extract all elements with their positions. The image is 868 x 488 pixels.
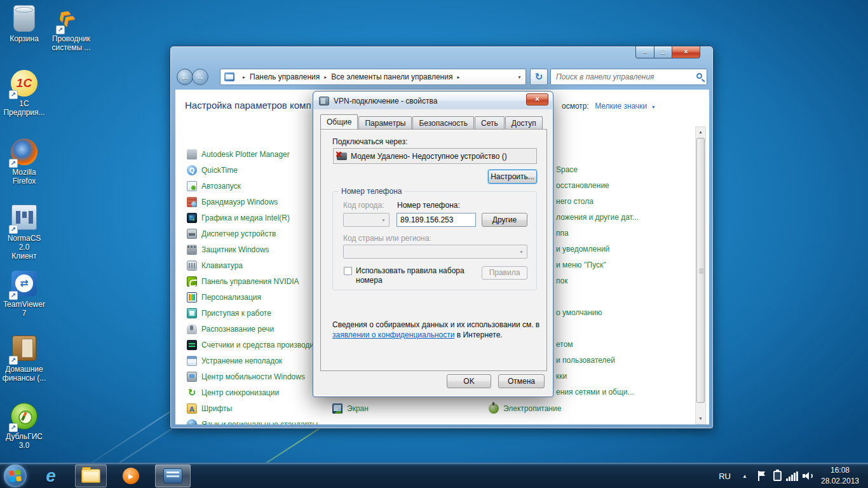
maximize-button[interactable]: □ — [654, 46, 672, 58]
device-list[interactable]: Модем Удалено- Недоступное устройство () — [333, 148, 537, 164]
dialog-close-button[interactable]: × — [526, 93, 548, 105]
cp-item-intel-graphics[interactable]: Графика и медиа Intel(R) — [187, 212, 290, 224]
cp-item-sync-center[interactable]: ↻Центр синхронизации — [187, 386, 279, 399]
desktop-icon-dublgis[interactable]: ↗ ДубльГИС 3.0 — [1, 403, 47, 450]
cp-item-defender[interactable]: Защитник Windows — [187, 243, 269, 256]
desktop-icon-teamviewer[interactable]: ⇄ ↗ TeamViewer 7 — [1, 271, 47, 318]
tab-general[interactable]: Общие — [320, 114, 358, 129]
cp-item-fragment[interactable]: него стола — [556, 197, 593, 206]
dialing-rules-checkbox[interactable] — [344, 267, 352, 275]
phone-number-input[interactable] — [399, 214, 473, 226]
desktop-icon-1c[interactable]: 1С ↗ 1С Предприя... — [1, 70, 47, 117]
desktop-icon-recycle-bin[interactable]: Корзина — [1, 5, 47, 43]
nvidia-icon — [187, 276, 197, 287]
recycle-bin-icon — [13, 5, 35, 32]
cp-item-region-language[interactable]: Язык и региональные стандарты — [187, 418, 318, 424]
alternates-button[interactable]: Другие — [482, 213, 527, 227]
breadcrumb-all-items[interactable]: Все элементы панели управления — [331, 72, 452, 81]
scroll-up-icon[interactable]: ▲ — [696, 127, 705, 137]
tab-security[interactable]: Безопасность — [412, 116, 474, 129]
cp-item-autodesk-plotter[interactable]: Autodesk Plotter Manager — [187, 148, 290, 161]
breadcrumb[interactable]: ▸ Панель управления ▸ Все элементы панел… — [220, 69, 526, 85]
desktop-icon-firefox[interactable]: ↗ Mozilla Firefox — [1, 139, 47, 186]
forward-button[interactable]: → — [192, 69, 208, 85]
search-icon — [696, 73, 702, 79]
configure-button[interactable]: Настроить... — [488, 170, 537, 184]
cp-item-fragment[interactable]: пок — [556, 276, 567, 285]
cp-item-screen[interactable]: Экран — [332, 402, 369, 415]
ok-button[interactable]: OK — [447, 374, 491, 388]
power-icon — [489, 403, 499, 414]
phone-number-group: Номер телефона Код города: Номер телефон… — [332, 191, 537, 290]
desktop-icon-normacs[interactable]: ↗ NormaCS 2.0 Клиент — [1, 205, 47, 261]
shortcut-arrow-icon: ↗ — [9, 225, 18, 234]
clock[interactable]: 16:08 28.02.2013 — [817, 465, 863, 487]
cp-item-fragment[interactable]: и пользователей — [556, 356, 615, 365]
cp-item-autorun[interactable]: Автозапуск — [187, 180, 241, 193]
intel-graphics-icon — [187, 213, 197, 223]
phone-group-caption: Номер телефона — [339, 187, 404, 196]
cp-item-performance[interactable]: Счетчики и средства производит — [187, 339, 318, 351]
taskbar-wmp-button[interactable]: ▶ — [117, 463, 145, 488]
tab-network[interactable]: Сеть — [475, 116, 505, 129]
privacy-statement-link[interactable]: заявлении о конфиденциальности — [332, 330, 454, 339]
cp-item-power[interactable]: Электропитание — [489, 402, 561, 415]
search-input[interactable] — [555, 70, 690, 84]
dialing-rules-label-line2: номера — [356, 276, 383, 285]
show-hidden-icons-button[interactable]: ▲ — [742, 463, 747, 488]
vertical-scrollbar[interactable]: ▲ ▼ — [695, 126, 706, 424]
cp-item-keyboard[interactable]: Клавиатура — [187, 259, 243, 272]
start-button[interactable] — [4, 464, 27, 487]
autorun-icon — [187, 181, 197, 191]
desktop-icon-home-finance[interactable]: ↗ Домашние финансы (... — [1, 336, 47, 383]
cp-item-device-manager[interactable]: Диспетчер устройств — [187, 227, 276, 240]
tab-options[interactable]: Параметры — [358, 116, 412, 129]
cp-item-troubleshooting[interactable]: Устранение неполадок — [187, 355, 282, 367]
breadcrumb-dropdown-icon[interactable]: ▼ — [517, 75, 522, 79]
view-value[interactable]: Мелкие значки — [595, 102, 647, 111]
language-indicator[interactable]: RU — [719, 463, 731, 488]
cp-item-getting-started[interactable]: Приступая к работе — [187, 307, 271, 320]
taskbar-explorer-button[interactable] — [75, 464, 107, 487]
action-center-icon[interactable] — [757, 463, 765, 488]
taskbar-control-panel-button[interactable] — [155, 464, 191, 487]
cp-item-firewall[interactable]: Брандмауэр Windows — [187, 196, 278, 208]
cp-item-nvidia[interactable]: Панель управления NVIDIA — [187, 275, 299, 288]
volume-icon[interactable] — [803, 463, 813, 488]
cp-item-fragment[interactable]: ения сетями и общи... — [556, 388, 634, 396]
cp-item-fragment[interactable]: о умолчанию — [556, 308, 602, 317]
tray-app-icon[interactable] — [773, 463, 782, 488]
device-name: Модем Удалено- Недоступное устройство () — [351, 152, 507, 161]
breadcrumb-control-panel[interactable]: Панель управления — [250, 72, 320, 81]
shortcut-arrow-icon: ↗ — [56, 25, 65, 34]
combo-arrow-icon: ▼ — [381, 218, 386, 222]
view-selector[interactable]: осмотр: Мелкие значки ▼ — [562, 102, 656, 111]
tab-sharing[interactable]: Доступ — [505, 116, 543, 129]
cp-item-fonts[interactable]: Шрифты — [187, 402, 232, 415]
cp-item-fragment[interactable]: и уведомлений — [556, 245, 609, 254]
scrollbar-thumb[interactable] — [696, 138, 705, 403]
taskbar-ie-button[interactable]: e — [37, 463, 65, 488]
cancel-button[interactable]: Отмена — [498, 374, 545, 388]
search-box[interactable] — [550, 69, 707, 85]
cp-item-personalization[interactable]: Персонализация — [187, 291, 261, 304]
scroll-down-icon[interactable]: ▼ — [696, 414, 705, 424]
cp-item-fragment[interactable]: ложения и другие дат... — [556, 213, 639, 222]
cp-item-fragment[interactable]: етом — [556, 340, 573, 349]
control-panel-icon — [224, 72, 234, 81]
cp-item-fragment[interactable]: Space — [556, 165, 578, 174]
refresh-button[interactable]: ↻ — [530, 69, 548, 85]
cp-item-mobility[interactable]: Центр мобильности Windows — [187, 370, 305, 383]
cp-item-fragment[interactable]: кки — [556, 372, 567, 381]
cp-item-fragment[interactable]: и меню ''Пуск'' — [556, 261, 606, 269]
cp-item-fragment[interactable]: ппа — [556, 229, 569, 238]
cp-item-fragment[interactable]: осстановление — [556, 181, 609, 190]
dialog-titlebar[interactable]: VPN-подключение - свойства — [314, 92, 552, 109]
cp-item-speech[interactable]: Распознавание речи — [187, 323, 274, 336]
network-signal-icon[interactable] — [786, 463, 798, 488]
cp-item-quicktime[interactable]: QuickTime — [187, 164, 238, 177]
back-button[interactable]: ← — [177, 69, 193, 85]
close-button[interactable]: × — [672, 46, 700, 58]
desktop-icon-explorer[interactable]: ↗ Проводник системы ... — [48, 5, 94, 52]
minimize-button[interactable]: – — [635, 46, 654, 58]
